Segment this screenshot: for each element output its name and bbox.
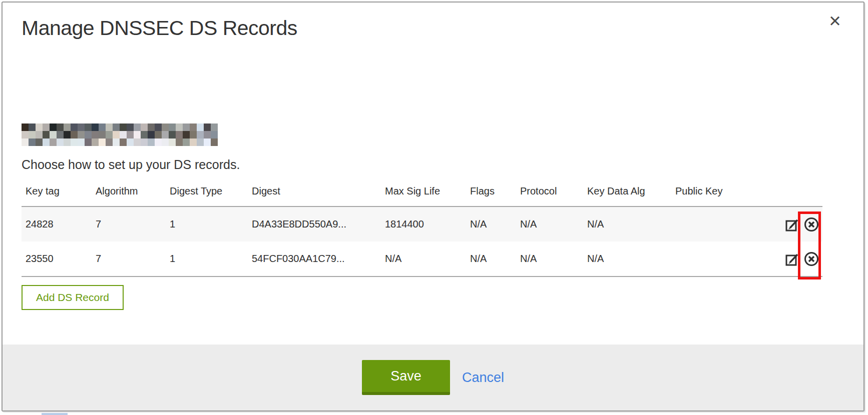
table-header-row: Key tag Algorithm Digest Type Digest Max… [22, 182, 822, 206]
cell-max-sig-life: 1814400 [381, 206, 466, 242]
close-icon[interactable]: ✕ [828, 14, 841, 29]
col-flags: Flags [466, 182, 516, 206]
cell-key-data-alg: N/A [583, 206, 671, 242]
cell-public-key [671, 206, 761, 242]
cell-public-key [671, 242, 761, 276]
col-protocol: Protocol [516, 182, 583, 206]
add-ds-record-button[interactable]: Add DS Record [22, 285, 124, 310]
background-page-fragment [42, 413, 68, 415]
col-key-data-alg: Key Data Alg [583, 182, 671, 206]
cell-digest-type: 1 [166, 242, 248, 276]
edit-icon[interactable] [784, 250, 801, 268]
ds-records-table-wrap: Key tag Algorithm Digest Type Digest Max… [22, 182, 822, 277]
table-row: 24828 7 1 D4A33E8DD550A9... 1814400 N/A … [22, 206, 822, 242]
cell-flags: N/A [466, 242, 516, 276]
col-algorithm: Algorithm [92, 182, 166, 206]
delete-icon[interactable] [802, 250, 820, 268]
cell-max-sig-life: N/A [381, 242, 466, 276]
cell-actions [761, 242, 822, 276]
edit-icon[interactable] [784, 216, 801, 233]
dialog-footer: Save Cancel [3, 344, 863, 410]
table-row: 23550 7 1 54FCF030AA1C79... N/A N/A N/A … [22, 242, 822, 276]
cell-actions [761, 206, 822, 242]
cell-digest: D4A33E8DD550A9... [248, 206, 381, 242]
cell-key-data-alg: N/A [583, 242, 671, 276]
cell-key-tag: 23550 [22, 242, 92, 276]
cell-algorithm: 7 [92, 206, 166, 242]
col-digest-type: Digest Type [166, 182, 248, 206]
col-key-tag: Key tag [22, 182, 92, 206]
cell-digest: 54FCF030AA1C79... [248, 242, 381, 276]
dialog-title: Manage DNSSEC DS Records [22, 16, 297, 40]
cell-protocol: N/A [516, 242, 583, 276]
col-max-sig-life: Max Sig Life [381, 182, 466, 206]
col-public-key: Public Key [671, 182, 761, 206]
cell-protocol: N/A [516, 206, 583, 242]
ds-records-table: Key tag Algorithm Digest Type Digest Max… [22, 182, 822, 277]
manage-dnssec-dialog: Manage DNSSEC DS Records ✕ Choose how to… [2, 2, 864, 412]
dialog-content: Manage DNSSEC DS Records ✕ Choose how to… [3, 2, 863, 344]
cancel-link[interactable]: Cancel [462, 370, 504, 386]
redacted-domain-name [22, 124, 218, 146]
cell-digest-type: 1 [166, 206, 248, 242]
col-actions [761, 182, 822, 206]
subtitle-text: Choose how to set up your DS records. [22, 158, 240, 172]
cell-algorithm: 7 [92, 242, 166, 276]
save-button[interactable]: Save [362, 360, 450, 395]
col-digest: Digest [248, 182, 381, 206]
delete-icon[interactable] [802, 216, 820, 234]
cell-key-tag: 24828 [22, 206, 92, 242]
cell-flags: N/A [466, 206, 516, 242]
